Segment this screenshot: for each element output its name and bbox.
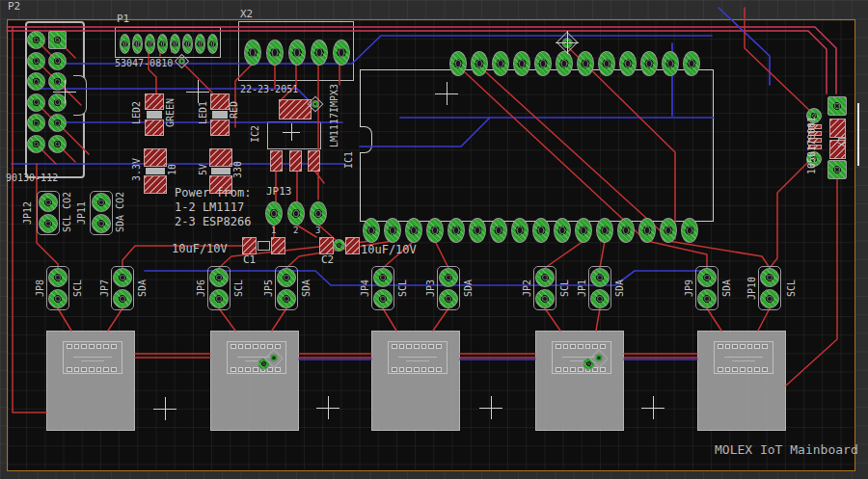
pad[interactable] bbox=[590, 268, 610, 287]
pad[interactable] bbox=[469, 218, 486, 243]
pad[interactable] bbox=[145, 34, 155, 54]
pad[interactable] bbox=[113, 268, 132, 287]
pad[interactable] bbox=[265, 201, 283, 226]
pad[interactable] bbox=[554, 218, 571, 243]
x2-pads[interactable] bbox=[244, 40, 350, 66]
pad[interactable] bbox=[439, 289, 458, 308]
p1-pads[interactable] bbox=[120, 34, 218, 54]
pad[interactable] bbox=[48, 289, 68, 308]
pad[interactable] bbox=[92, 214, 111, 233]
pad[interactable] bbox=[405, 218, 422, 243]
pad[interactable] bbox=[113, 289, 132, 308]
pad[interactable] bbox=[244, 40, 261, 66]
pad[interactable] bbox=[277, 289, 296, 308]
pad[interactable] bbox=[471, 51, 488, 76]
pad[interactable] bbox=[209, 289, 229, 308]
pad[interactable] bbox=[640, 51, 658, 76]
ic2-pin3-pad[interactable] bbox=[308, 150, 320, 172]
ic2-tab-pad[interactable] bbox=[279, 99, 312, 120]
pad[interactable] bbox=[535, 268, 555, 287]
x1-mount-pad[interactable] bbox=[827, 160, 847, 179]
pad[interactable] bbox=[577, 51, 594, 76]
pad[interactable] bbox=[660, 218, 677, 243]
pad[interactable] bbox=[373, 268, 393, 287]
ic2-pin2-pad[interactable] bbox=[289, 150, 302, 172]
pad[interactable] bbox=[619, 51, 637, 76]
p1-part-number: 53047-0810 bbox=[115, 58, 173, 68]
pad[interactable] bbox=[511, 218, 529, 243]
pad[interactable] bbox=[266, 40, 284, 66]
pad[interactable] bbox=[426, 218, 444, 243]
pad[interactable] bbox=[27, 72, 45, 91]
pad[interactable] bbox=[48, 114, 67, 132]
pad[interactable] bbox=[617, 218, 635, 243]
pad[interactable] bbox=[287, 201, 305, 226]
pad[interactable] bbox=[683, 51, 700, 76]
pad[interactable] bbox=[697, 289, 717, 308]
pad[interactable] bbox=[333, 239, 345, 252]
jp2-signal: SCL bbox=[559, 279, 570, 297]
ic1-bottom-pads[interactable] bbox=[363, 218, 698, 243]
pad[interactable] bbox=[760, 268, 779, 287]
pad[interactable] bbox=[662, 51, 679, 76]
pad[interactable] bbox=[575, 218, 592, 243]
c2-value: 10uF/10V bbox=[361, 243, 417, 257]
pad[interactable] bbox=[27, 52, 45, 70]
pad[interactable] bbox=[492, 51, 509, 76]
pad[interactable] bbox=[48, 52, 67, 70]
x1-mount-pad[interactable] bbox=[827, 96, 847, 116]
pad[interactable] bbox=[384, 218, 401, 243]
pad[interactable] bbox=[27, 114, 45, 132]
pad[interactable] bbox=[27, 93, 45, 112]
pad[interactable] bbox=[598, 51, 615, 76]
pad[interactable] bbox=[132, 34, 143, 54]
pad[interactable] bbox=[48, 135, 67, 153]
pad[interactable] bbox=[697, 268, 717, 287]
pad[interactable] bbox=[288, 40, 306, 66]
c1-value: 10uF/10V bbox=[172, 242, 228, 256]
pad[interactable] bbox=[439, 268, 458, 287]
pad[interactable] bbox=[27, 135, 45, 153]
pad[interactable] bbox=[681, 218, 698, 243]
pad[interactable] bbox=[157, 34, 168, 54]
pad[interactable] bbox=[27, 31, 45, 49]
pad[interactable] bbox=[513, 51, 530, 76]
pad[interactable] bbox=[207, 34, 218, 54]
pad[interactable] bbox=[120, 34, 130, 54]
pad[interactable] bbox=[182, 34, 193, 54]
pad[interactable] bbox=[363, 218, 380, 243]
x1-designator: X1 bbox=[837, 136, 848, 147]
pad[interactable] bbox=[827, 160, 847, 179]
pad[interactable] bbox=[310, 201, 327, 226]
pad[interactable] bbox=[556, 51, 573, 76]
pad[interactable] bbox=[39, 214, 58, 233]
pad[interactable] bbox=[590, 289, 610, 308]
pad[interactable] bbox=[333, 40, 350, 66]
pad[interactable] bbox=[532, 218, 550, 243]
pad[interactable] bbox=[490, 218, 507, 243]
pad[interactable] bbox=[48, 31, 67, 49]
ic1-top-pads[interactable] bbox=[449, 51, 700, 76]
pad[interactable] bbox=[760, 289, 779, 308]
pad[interactable] bbox=[373, 289, 393, 308]
pad[interactable] bbox=[448, 218, 465, 243]
ic1-designator: IC1 bbox=[343, 151, 354, 169]
pad[interactable] bbox=[170, 34, 180, 54]
pad[interactable] bbox=[638, 218, 656, 243]
pad[interactable] bbox=[209, 268, 229, 287]
pad[interactable] bbox=[449, 51, 467, 76]
pad[interactable] bbox=[534, 51, 552, 76]
jp9-designator: JP9 bbox=[684, 279, 694, 297]
jp13-pads[interactable] bbox=[265, 201, 327, 226]
pad[interactable] bbox=[39, 193, 58, 212]
pad[interactable] bbox=[48, 268, 68, 287]
pad[interactable] bbox=[596, 218, 613, 243]
pad[interactable] bbox=[92, 193, 111, 212]
c2-via[interactable] bbox=[333, 239, 345, 252]
pad[interactable] bbox=[311, 40, 328, 66]
pad[interactable] bbox=[277, 268, 296, 287]
pad[interactable] bbox=[535, 289, 555, 308]
pad[interactable] bbox=[195, 34, 205, 54]
ic2-pin1-pad[interactable] bbox=[270, 150, 283, 172]
pad[interactable] bbox=[827, 96, 847, 116]
